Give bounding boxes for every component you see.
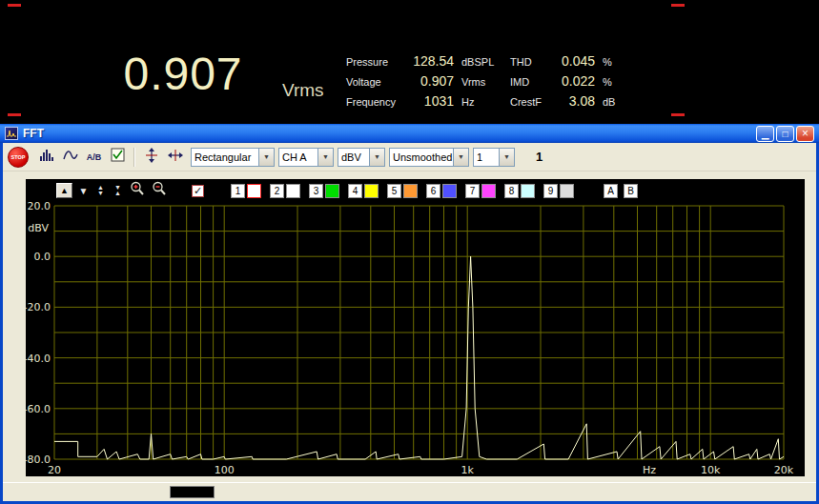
toolbar-separator (133, 148, 135, 167)
zoom-in-button[interactable] (129, 182, 146, 199)
stop-button[interactable]: STOP (8, 147, 29, 168)
expand-range-button[interactable]: ▲ ▼ (94, 185, 107, 196)
trace-1-color-swatch[interactable] (247, 184, 261, 198)
svg-text:-40.0: -40.0 (26, 353, 51, 365)
reading-value: 0.045 (554, 53, 602, 69)
trace-7-color-swatch[interactable] (481, 184, 496, 198)
toolbar: STOP A/B (3, 143, 816, 171)
svg-text:100: 100 (215, 464, 235, 476)
reading-unit: Vrms (461, 76, 510, 88)
reading-label: CrestF (510, 96, 554, 108)
reading-label: IMD (510, 76, 554, 88)
units-select[interactable]: dBV ▼ (338, 148, 385, 167)
measurement-panel: 0.907 Vrms Pressure 128.54 dBSPL THD 0.0… (0, 0, 819, 124)
trace-9-button[interactable]: 9 (543, 184, 558, 198)
trace-7-button[interactable]: 7 (465, 184, 480, 198)
compress-range-button[interactable]: ▼ ▲ (112, 185, 124, 196)
bar-graph-icon (39, 148, 54, 166)
reading-value: 0.907 (405, 73, 461, 89)
trace-8-color-swatch[interactable] (521, 184, 535, 198)
close-button[interactable]: × (796, 126, 814, 142)
svg-text:-20.0: -20.0 (26, 301, 51, 313)
svg-text:dBV: dBV (28, 222, 49, 234)
averages-select[interactable]: 1 ▼ (473, 148, 515, 167)
scroll-down-button[interactable]: ▼ (77, 186, 90, 196)
trace-8-button[interactable]: 8 (504, 184, 519, 198)
combo-value: 1 (474, 151, 499, 163)
ab-compare-icon: A/B (87, 152, 102, 162)
fft-window: FFT ▁ □ × STOP A/B (0, 124, 819, 504)
trace-4-button[interactable]: 4 (348, 184, 362, 198)
smoothing-select[interactable]: Unsmoothed ▼ (389, 148, 469, 167)
combo-value: dBV (338, 151, 369, 163)
fft-window-icon (5, 127, 18, 140)
corner-marker (671, 4, 685, 7)
fft-chart: 20.00.0-20.0-40.0-60.0-80.0dBV201001k10k… (26, 202, 805, 476)
trace-5-color-swatch[interactable] (403, 184, 418, 198)
svg-text:20.0: 20.0 (28, 202, 51, 212)
curve-icon (63, 148, 78, 166)
window-title: FFT (23, 127, 44, 140)
trace-5-button[interactable]: 5 (387, 184, 401, 198)
bar-graph-button[interactable] (34, 146, 58, 168)
reading-label: Frequency (346, 96, 405, 108)
minimize-button[interactable]: ▁ (756, 126, 774, 142)
chevron-down-icon[interactable]: ▼ (499, 149, 514, 166)
reading-unit: dBSPL (461, 56, 510, 68)
svg-text:20k: 20k (774, 464, 794, 476)
x-axis-scale-icon (168, 149, 183, 166)
reading-label: Pressure (346, 56, 405, 68)
plot-region: ▲ ▼ ▲ ▼ ▼ ▲ (3, 171, 816, 482)
corner-marker (8, 113, 21, 116)
reading-unit: dB (602, 96, 626, 108)
chevron-down-icon[interactable]: ▼ (258, 149, 274, 166)
ab-compare-button[interactable]: A/B (82, 146, 106, 168)
scroll-up-button[interactable]: ▲ (56, 183, 72, 198)
svg-text:-60.0: -60.0 (26, 403, 51, 415)
title-bar[interactable]: FFT ▁ □ × (0, 124, 819, 143)
status-indicator (170, 486, 215, 498)
zoom-out-button[interactable] (151, 182, 168, 199)
readings-table: Pressure 128.54 dBSPL THD 0.045 % Voltag… (346, 53, 626, 109)
fft-window-type-select[interactable]: Rectangular ▼ (191, 148, 275, 167)
trace-2-color-swatch[interactable] (286, 184, 300, 198)
combo-value: Unsmoothed (390, 151, 453, 163)
reading-unit: % (602, 76, 626, 88)
reading-value: 0.022 (554, 73, 602, 89)
y-axis-scale-icon (145, 148, 158, 167)
grid-lines (54, 206, 784, 459)
chevron-down-icon[interactable]: ▼ (317, 149, 333, 166)
marker-checkbox[interactable]: ✓ (192, 185, 204, 197)
reading-unit: % (602, 56, 626, 68)
chevron-down-icon[interactable]: ▼ (369, 149, 384, 166)
trace-3-color-swatch[interactable] (325, 184, 339, 198)
status-bar (3, 482, 816, 501)
zoom-out-icon (152, 181, 167, 200)
svg-text:20: 20 (48, 464, 61, 476)
main-reading-unit: Vrms (282, 80, 324, 101)
svg-text:10k: 10k (701, 464, 721, 476)
scale-y-button[interactable] (139, 146, 163, 168)
overlay-list-button[interactable] (106, 146, 130, 168)
trace-2-button[interactable]: 2 (270, 184, 284, 198)
trace-1-button[interactable]: 1 (231, 184, 245, 198)
trace-6-color-swatch[interactable] (442, 184, 457, 198)
svg-text:0.0: 0.0 (34, 251, 51, 263)
trace-4-color-swatch[interactable] (364, 184, 379, 198)
overlay-b-button[interactable]: B (624, 184, 638, 198)
average-counter: 1 (536, 150, 543, 164)
scale-x-button[interactable] (163, 146, 187, 168)
curve-view-button[interactable] (58, 146, 82, 168)
window-buttons: ▁ □ × (756, 126, 814, 142)
reading-label: THD (510, 56, 554, 68)
trace-6-button[interactable]: 6 (426, 184, 440, 198)
chevron-down-icon[interactable]: ▼ (453, 149, 468, 166)
main-reading-value: 0.907 (103, 48, 263, 100)
maximize-button[interactable]: □ (776, 126, 794, 142)
trace-3-button[interactable]: 3 (309, 184, 323, 198)
trace-9-color-swatch[interactable] (560, 184, 574, 198)
trace-buttons: 123456789 (222, 184, 574, 198)
channel-select[interactable]: CH A ▼ (278, 148, 334, 167)
reading-value: 3.08 (554, 93, 602, 109)
overlay-a-button[interactable]: A (604, 184, 618, 198)
